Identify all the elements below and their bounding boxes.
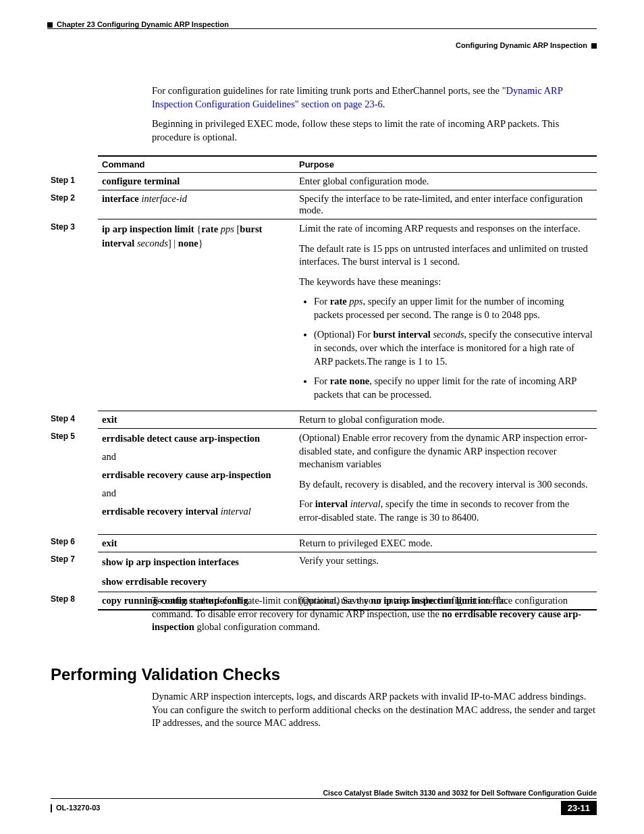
purpose-text: Enter global configuration mode. xyxy=(295,173,597,190)
section-heading: Performing Validation Checks xyxy=(51,665,280,684)
keyword-list: For rate pps, specify an upper limit for… xyxy=(299,295,593,401)
purpose-text: (Optional) Enable error recovery from th… xyxy=(295,429,597,534)
step-label: Step 4 xyxy=(51,411,98,429)
step-label: Step 8 xyxy=(51,592,98,610)
closing-para: To return to the default rate-limit conf… xyxy=(152,594,597,634)
section-label: Configuring Dynamic ARP Inspection xyxy=(47,41,597,49)
step-label: Step 6 xyxy=(51,534,98,552)
marker-icon xyxy=(47,22,53,28)
table-row: Step 3 ip arp inspection limit {rate pps… xyxy=(51,219,597,411)
table-row: Step 4 exit Return to global configurati… xyxy=(51,411,597,429)
step-label: Step 1 xyxy=(51,173,98,190)
page-header: Chapter 23 Configuring Dynamic ARP Inspe… xyxy=(47,20,597,49)
intro-p1: For configuration guidelines for rate li… xyxy=(152,84,597,111)
command-table: Command Purpose Step 1 configure termina… xyxy=(51,155,597,610)
intro-p2: Beginning in privileged EXEC mode, follo… xyxy=(152,118,597,144)
command-arg: interface-id xyxy=(139,193,187,204)
table-row: Step 2 interface interface-id Specify th… xyxy=(51,190,597,219)
command-text: ip arp inspection limit {rate pps [burst… xyxy=(98,219,295,411)
purpose-text: Verify your settings. xyxy=(295,552,597,592)
command-text: exit xyxy=(102,414,117,425)
doc-id: OL-13270-03 xyxy=(51,804,100,812)
purpose-text: Limit the rate of incoming ARP requests … xyxy=(295,219,597,411)
step-label: Step 3 xyxy=(51,219,98,411)
list-item: For rate none, specify no upper limit fo… xyxy=(314,375,593,401)
intro-block: For configuration guidelines for rate li… xyxy=(152,84,597,151)
table-row: Step 6 exit Return to privileged EXEC mo… xyxy=(51,534,597,552)
book-title: Cisco Catalyst Blade Switch 3130 and 303… xyxy=(51,789,597,797)
step-header xyxy=(51,156,98,173)
list-item: For rate pps, specify an upper limit for… xyxy=(314,295,593,321)
list-item: (Optional) For burst interval seconds, s… xyxy=(314,328,593,368)
purpose-header: Purpose xyxy=(295,156,597,173)
command-text: configure terminal xyxy=(102,176,180,186)
step-label: Step 5 xyxy=(51,429,98,534)
section-intro: Dynamic ARP inspection intercepts, logs,… xyxy=(152,690,597,730)
command-text: show ip arp inspection interfaces show e… xyxy=(98,552,295,592)
step-label: Step 2 xyxy=(51,190,98,219)
command-text: errdisable detect cause arp-inspection a… xyxy=(98,429,295,534)
command-text: exit xyxy=(102,538,117,548)
text: . xyxy=(383,99,385,109)
purpose-text: Return to global configuration mode. xyxy=(295,411,597,429)
page-number: 23-11 xyxy=(561,801,597,815)
step-label: Step 7 xyxy=(51,552,98,592)
chapter-label: Chapter 23 Configuring Dynamic ARP Inspe… xyxy=(47,20,597,28)
command-header: Command xyxy=(98,156,295,173)
text: For configuration guidelines for rate li… xyxy=(152,85,502,96)
table-row: Step 5 errdisable detect cause arp-inspe… xyxy=(51,429,597,534)
page-footer: Cisco Catalyst Blade Switch 3130 and 303… xyxy=(51,789,597,815)
section-text: Configuring Dynamic ARP Inspection xyxy=(456,41,587,49)
table-row: Step 7 show ip arp inspection interfaces… xyxy=(51,552,597,592)
command-text: interface xyxy=(102,193,139,204)
marker-icon xyxy=(591,43,597,49)
purpose-text: Specify the interface to be rate-limited… xyxy=(295,190,597,219)
chapter-text: Chapter 23 Configuring Dynamic ARP Inspe… xyxy=(57,20,229,28)
table-row: Step 1 configure terminal Enter global c… xyxy=(51,173,597,190)
purpose-text: Return to privileged EXEC mode. xyxy=(295,534,597,552)
